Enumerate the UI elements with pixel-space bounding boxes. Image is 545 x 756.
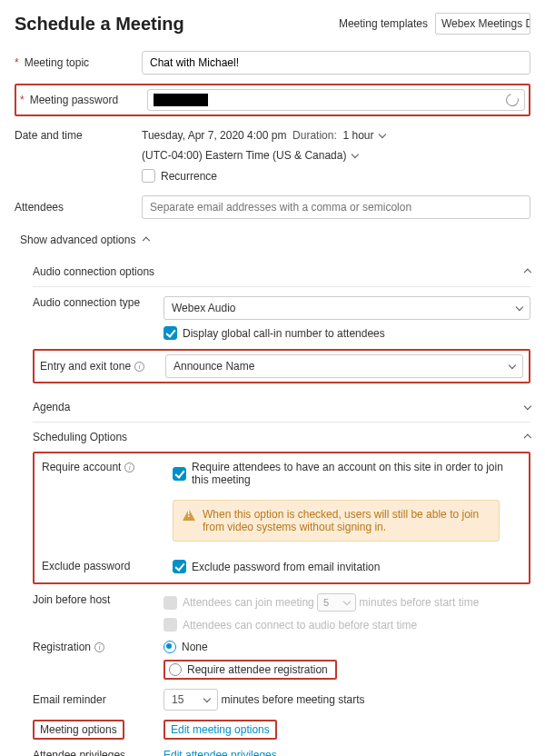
registration-none-radio[interactable] [164, 641, 176, 653]
required-marker: * [20, 94, 25, 106]
chevron-down-icon [509, 362, 516, 369]
exclude-password-text: Exclude password from email invitation [192, 561, 380, 573]
chevron-down-icon [343, 598, 351, 605]
jbh-text-1b: minutes before start time [359, 596, 479, 609]
reminder-suffix: minutes before meeting starts [221, 693, 364, 706]
recurrence-checkbox[interactable] [142, 169, 155, 183]
password-mask [154, 94, 208, 106]
chevron-down-icon[interactable] [352, 151, 359, 158]
warning-icon [183, 508, 195, 521]
require-account-checkbox[interactable] [173, 467, 186, 481]
global-callin-checkbox[interactable] [164, 326, 177, 340]
chevron-down-icon [203, 695, 211, 702]
jbh-audio-checkbox [164, 618, 177, 632]
timezone-value[interactable]: (UTC-04:00) Eastern Time (US & Canada) [142, 149, 346, 162]
section-scheduling[interactable]: Scheduling Options [33, 423, 530, 452]
require-account-label: Require account [42, 461, 121, 473]
meeting-topic-label: Meeting topic [25, 56, 89, 69]
audio-type-label: Audio connection type [33, 296, 164, 309]
exclude-password-label: Exclude password [42, 560, 173, 572]
edit-attendee-privileges-link[interactable]: Edit attendee privileges [164, 749, 277, 756]
registration-require-radio[interactable] [169, 663, 182, 676]
section-audio[interactable]: Audio connection options [33, 257, 530, 287]
registration-none-label: None [182, 641, 208, 653]
duration-label: Duration: [292, 129, 337, 142]
meeting-password-label: Meeting password [30, 94, 118, 106]
jbh-text-1a: Attendees can join meeting [183, 596, 314, 609]
meeting-password-input[interactable] [147, 89, 525, 111]
reminder-select[interactable]: 15 [164, 689, 218, 711]
jbh-minutes-select: 5 [317, 593, 356, 612]
chevron-up-icon [143, 237, 150, 244]
attendee-privileges-label: Attendee privileges [33, 749, 164, 756]
recurrence-label: Recurrence [161, 170, 217, 183]
chevron-up-icon [524, 434, 531, 442]
chevron-down-icon[interactable] [379, 131, 386, 138]
info-icon[interactable]: i [134, 362, 144, 372]
global-callin-label: Display global call-in number to attende… [183, 327, 385, 340]
refresh-icon[interactable] [503, 91, 520, 108]
entry-exit-tone-label: Entry and exit tone [40, 360, 131, 373]
attendees-input[interactable] [142, 195, 530, 219]
require-account-text: Require attendees to have an account on … [192, 461, 521, 486]
jbh-checkbox [164, 596, 177, 610]
audio-type-select[interactable]: Webex Audio [164, 296, 530, 320]
attendees-label: Attendees [15, 201, 142, 214]
chevron-up-icon [524, 269, 531, 276]
edit-meeting-options-link[interactable]: Edit meeting options [164, 720, 277, 740]
exclude-password-checkbox[interactable] [173, 560, 186, 573]
page-title: Schedule a Meeting [15, 14, 184, 35]
join-before-host-label: Join before host [33, 593, 164, 606]
registration-label: Registration [33, 641, 91, 653]
template-dropdown[interactable]: Webex Meetings Defau [435, 13, 530, 35]
entry-exit-tone-select[interactable]: Announce Name [165, 354, 523, 378]
section-agenda[interactable]: Agenda [33, 393, 530, 423]
registration-require-label: Require attendee registration [187, 663, 328, 676]
duration-value[interactable]: 1 hour [342, 129, 373, 142]
jbh-text-2: Attendees can connect to audio before st… [183, 619, 417, 632]
meeting-templates-link[interactable]: Meeting templates [339, 17, 428, 30]
datetime-value[interactable]: Tuesday, Apr 7, 2020 4:00 pm [142, 129, 286, 142]
show-advanced-toggle[interactable]: Show advanced options [20, 234, 530, 246]
info-icon[interactable]: i [124, 463, 134, 472]
info-icon[interactable]: i [94, 642, 104, 652]
alert-banner: When this option is checked, users will … [173, 500, 500, 542]
meeting-options-label: Meeting options [33, 720, 124, 740]
required-marker: * [15, 56, 19, 69]
chevron-down-icon [524, 403, 531, 410]
chevron-down-icon [516, 303, 523, 311]
date-time-label: Date and time [15, 129, 142, 142]
email-reminder-label: Email reminder [33, 693, 164, 706]
meeting-topic-input[interactable] [142, 51, 530, 75]
